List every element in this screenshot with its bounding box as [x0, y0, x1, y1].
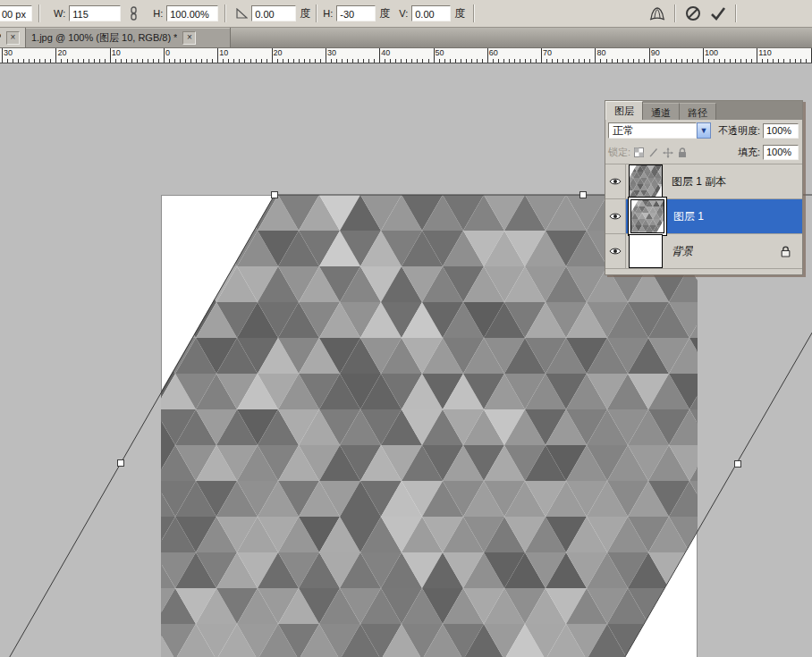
ruler-label: 60 [489, 48, 498, 57]
width-label: W: [54, 8, 65, 19]
eye-icon[interactable] [609, 247, 622, 256]
tab-channels[interactable]: 通道 [643, 103, 680, 120]
ruler-label: 110 [758, 48, 771, 57]
document-tab-label: ) * [0, 32, 1, 43]
ruler-label: 30 [4, 48, 13, 57]
opacity-label: 不透明度: [718, 124, 760, 138]
document-tab-background[interactable]: ) * × [0, 28, 26, 47]
link-dimensions-icon[interactable] [123, 4, 143, 23]
rotate-unit: 度 [300, 6, 310, 21]
blend-mode-select[interactable]: 正常 [608, 122, 697, 139]
blend-mode-row: 正常 ▼ 不透明度: 100% [605, 120, 802, 141]
document-tab-bar: ) * × 1.jpg @ 100% (图层 10, RGB/8) * × [0, 28, 812, 48]
warp-icon [648, 6, 666, 21]
eye-icon[interactable] [609, 177, 622, 186]
layer-row[interactable]: 图层 1 [605, 199, 802, 234]
lock-transparency-icon[interactable] [634, 147, 644, 157]
commit-transform-button[interactable] [708, 4, 728, 23]
document-tab-active[interactable]: 1.jpg @ 100% (图层 10, RGB/8) * × [26, 28, 231, 47]
lock-all-icon[interactable] [678, 147, 687, 158]
lock-move-icon[interactable] [663, 147, 673, 158]
separator [473, 4, 475, 22]
separator [674, 4, 676, 22]
separator [38, 4, 40, 22]
ruler-label: 80 [596, 48, 605, 57]
height-label: H: [153, 8, 163, 19]
layer-thumbnail[interactable] [629, 164, 663, 198]
checkmark-icon [709, 6, 727, 21]
layer-thumbnail[interactable] [629, 234, 663, 268]
panel-tab-strip: 图层 通道 路径 [605, 101, 802, 120]
separator [735, 4, 737, 22]
eye-icon[interactable] [609, 212, 622, 221]
layers-list: 图层 1 副本图层 1背景 [605, 164, 802, 269]
lock-row: 锁定: 填充: 100% [605, 141, 802, 164]
layer-row[interactable]: 背景 [605, 234, 802, 269]
layer-name: 背景 [672, 244, 693, 259]
lock-paint-brush-icon[interactable] [648, 147, 658, 158]
handle-middle-left[interactable] [118, 460, 124, 467]
separator [316, 4, 317, 22]
hskew-field[interactable]: -30 [336, 5, 376, 21]
width-field[interactable]: 115 [69, 5, 121, 21]
y-position-field-partial[interactable]: 00 px [0, 5, 32, 21]
ruler-label: 50 [436, 48, 444, 57]
layer-thumbnail[interactable] [630, 199, 664, 233]
rotate-angle-icon [235, 4, 249, 23]
chevron-down-icon[interactable]: ▼ [697, 122, 711, 139]
document-tab-label: 1.jpg @ 100% (图层 10, RGB/8) * [31, 31, 177, 45]
ruler-label: 10 [112, 48, 121, 57]
ruler-label: 100 [705, 48, 718, 57]
opacity-field[interactable]: 100% [763, 123, 799, 139]
layer-name: 图层 1 副本 [672, 174, 726, 190]
visibility-toggle[interactable] [605, 199, 626, 233]
photoshop-window: { "options_bar": { "x_partial_value": "0… [0, 0, 812, 657]
hskew-unit: 度 [379, 6, 390, 21]
lock-icons [634, 147, 687, 158]
layer-locked-badge [781, 246, 791, 257]
layer-name: 图层 1 [673, 209, 704, 224]
ruler-label: 20 [57, 48, 66, 57]
layer-row[interactable]: 图层 1 副本 [605, 164, 802, 199]
lock-label: 锁定: [608, 146, 630, 159]
visibility-toggle[interactable] [605, 234, 626, 268]
hskew-label: H: [323, 8, 333, 19]
cancel-transform-button[interactable] [683, 4, 703, 23]
layer-lock-icon [781, 246, 791, 257]
handle-top-middle[interactable] [580, 192, 587, 198]
ruler-label: 0 [165, 48, 170, 57]
ruler-label: 70 [543, 48, 552, 57]
tab-layers[interactable]: 图层 [605, 101, 643, 120]
ruler-label: 20 [274, 48, 283, 57]
fill-field[interactable]: 100% [763, 145, 799, 160]
vskew-label: V: [399, 8, 408, 19]
vskew-field[interactable]: 0.00 [411, 5, 451, 21]
visibility-toggle[interactable] [605, 164, 626, 198]
horizontal-ruler[interactable]: 3020100102030405060708090100110120 [0, 48, 812, 63]
close-icon[interactable]: × [182, 31, 196, 45]
ruler-label: 90 [651, 48, 660, 57]
separator [224, 4, 226, 22]
rotate-field[interactable]: 0.00 [251, 5, 296, 21]
handle-middle-right[interactable] [735, 461, 741, 467]
cancel-icon [685, 5, 701, 21]
ruler-label: 40 [381, 48, 390, 57]
handle-top-left[interactable] [272, 192, 278, 198]
transform-options-bar: 00 px W: 115 H: 100.00% 0.00 度 H: -30 度 … [0, 0, 812, 28]
layers-panel: 图层 通道 路径 正常 ▼ 不透明度: 100% 锁定: 填充: 100% 图层… [605, 100, 803, 275]
tab-paths[interactable]: 路径 [680, 103, 716, 120]
warp-mode-button[interactable] [647, 4, 667, 23]
close-icon[interactable]: × [6, 31, 20, 45]
ruler-label: 30 [327, 48, 336, 57]
vskew-unit: 度 [454, 6, 465, 21]
height-field[interactable]: 100.00% [166, 5, 218, 21]
ruler-label: 10 [219, 48, 228, 57]
fill-label: 填充: [738, 146, 760, 159]
